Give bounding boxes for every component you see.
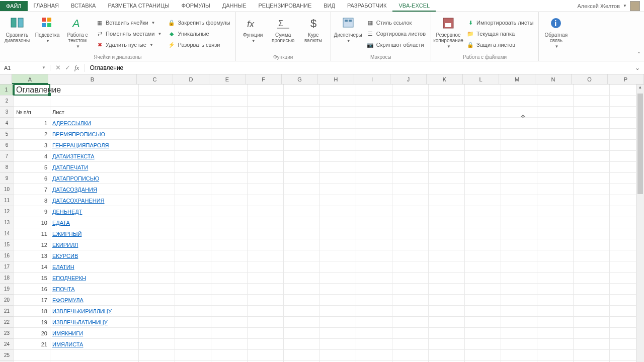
scroll-thumb[interactable] (637, 94, 643, 194)
row-header-21[interactable]: 21 (0, 306, 14, 317)
sort-sheets-button[interactable]: ☰Сортировка листов (364, 29, 428, 39)
column-header-I[interactable]: I (354, 74, 390, 84)
row-header-19[interactable]: 19 (0, 284, 14, 295)
row-header-4[interactable]: 4 (0, 118, 14, 129)
backup-button[interactable]: Резервное копирование ▼ (434, 14, 462, 53)
sheet-link[interactable]: ИЗВЛЕЧЬКИРИЛЛИЦУ (50, 306, 139, 317)
insert-cells-button[interactable]: ▦Вставить ячейки▼ (94, 18, 164, 28)
tab-формулы[interactable]: ФОРМУЛЫ (176, 1, 216, 12)
sheet-link[interactable]: ЕЖИРНЫЙ (50, 228, 139, 239)
sheet-link[interactable]: ДАТАСОЗДАНИЯ (50, 184, 139, 195)
sheet-link[interactable]: ГЕНЕРАЦИЯПАРОЛЯ (50, 140, 139, 151)
tab-разработчик[interactable]: РАЗРАБОТЧИК (341, 1, 392, 12)
sheet-link[interactable]: ЕКИРИЛЛ (50, 239, 139, 250)
tab-рецензирование[interactable]: РЕЦЕНЗИРОВАНИЕ (252, 1, 317, 12)
feedback-button[interactable]: i Обратная связь ▼ (542, 14, 570, 59)
row-header-14[interactable]: 14 (0, 228, 14, 239)
screenshot-button[interactable]: 📷Скриншот области (364, 40, 428, 50)
row-header-7[interactable]: 7 (0, 151, 14, 162)
currency-button[interactable]: $ Курс валюты (299, 14, 328, 53)
tab-данные[interactable]: ДАННЫЕ (216, 1, 253, 12)
row-header-15[interactable]: 15 (0, 239, 14, 250)
column-header-J[interactable]: J (390, 74, 427, 84)
tab-file[interactable]: ФАЙЛ (0, 1, 28, 11)
compare-ranges-button[interactable]: Сравнить диапазоны (3, 14, 31, 53)
tab-разметка страницы[interactable]: РАЗМЕТКА СТРАНИЦЫ (102, 1, 175, 12)
column-header-H[interactable]: H (318, 74, 354, 84)
fx-icon[interactable]: fx (74, 64, 79, 72)
cells-area[interactable]: ✧ Оглавление№ п/пЛист1АДРЕССЫЛКИ2ВРЕМЯПР… (14, 84, 644, 362)
select-all-corner[interactable] (0, 74, 12, 84)
column-header-A[interactable]: A (12, 74, 48, 84)
column-header-P[interactable]: P (608, 74, 644, 84)
column-header-C[interactable]: C (137, 74, 173, 84)
row-header-1[interactable]: 1 (0, 84, 14, 96)
column-header-O[interactable]: O (572, 74, 608, 84)
delete-empty-button[interactable]: ✖Удалить пустые▼ (94, 40, 164, 50)
cancel-formula-button[interactable]: ✕ (55, 64, 61, 71)
lock-formulas-button[interactable]: 🔒Закрепить формулы (166, 18, 232, 28)
sheet-link[interactable]: ЕПОДЧЕРКН (50, 273, 139, 284)
tab-главная[interactable]: ГЛАВНАЯ (28, 1, 65, 12)
row-header-2[interactable]: 2 (0, 96, 14, 107)
current-folder-button[interactable]: 📁Текущая папка (464, 29, 535, 39)
expand-formula-button[interactable]: ⌄ (631, 64, 644, 71)
sheet-link[interactable]: ВРЕМЯПРОПИСЬЮ (50, 129, 139, 140)
row-header-22[interactable]: 22 (0, 317, 14, 328)
column-header-G[interactable]: G (282, 74, 318, 84)
sheet-link[interactable]: ЕФОРМУЛА (50, 295, 139, 306)
sheet-link[interactable]: ИМЯЛИСТА (50, 339, 139, 350)
column-header-K[interactable]: K (427, 74, 463, 84)
row-header-25[interactable]: 25 (0, 350, 14, 361)
sheet-link[interactable]: ДАТАИЗТЕКСТА (50, 151, 139, 162)
avatar[interactable] (630, 1, 640, 11)
row-header-17[interactable]: 17 (0, 261, 14, 273)
swap-button[interactable]: ⇄Поменять местами▼ (94, 29, 164, 39)
sheet-link[interactable]: ДЕНЬНЕДТ (50, 206, 139, 217)
row-header-13[interactable]: 13 (0, 217, 14, 228)
sheet-link[interactable]: ЕЛАТИН (50, 261, 139, 273)
tab-вид[interactable]: ВИД (317, 1, 341, 12)
row-header-18[interactable]: 18 (0, 273, 14, 284)
row-header-10[interactable]: 10 (0, 184, 14, 195)
row-header-8[interactable]: 8 (0, 162, 14, 173)
tab-vba-excel[interactable]: VBA-Excel (392, 1, 436, 12)
row-header-3[interactable]: 3 (0, 107, 14, 118)
column-header-L[interactable]: L (463, 74, 499, 84)
accept-formula-button[interactable]: ✓ (65, 64, 70, 71)
column-header-M[interactable]: M (499, 74, 535, 84)
column-header-E[interactable]: E (209, 74, 246, 84)
text-work-button[interactable]: A Работа с текстом ▼ (63, 14, 92, 53)
vertical-scrollbar[interactable]: ▴ (636, 84, 644, 362)
sheet-link[interactable]: ЕПОЧТА (50, 284, 139, 295)
sheet-link[interactable]: ДАТАСОХРАНЕНИЯ (50, 195, 139, 206)
sheet-link[interactable]: ИЗВЛЕЧЬЛАТИНИЦУ (50, 317, 139, 328)
row-header-11[interactable]: 11 (0, 195, 14, 206)
scroll-up-button[interactable]: ▴ (636, 84, 644, 93)
dispatchers-button[interactable]: Диспетчеры ▼ (334, 14, 362, 53)
highlight-button[interactable]: Подсветка ▼ (33, 14, 61, 53)
row-header-9[interactable]: 9 (0, 173, 14, 184)
formula-input[interactable] (85, 64, 631, 71)
row-header-16[interactable]: 16 (0, 250, 14, 261)
name-box[interactable]: A1 ▼ (0, 65, 50, 71)
column-header-D[interactable]: D (173, 74, 209, 84)
column-header-B[interactable]: B (48, 74, 137, 84)
sheet-link[interactable]: ДАТАПРОПИСЬЮ (50, 173, 139, 184)
row-header-24[interactable]: 24 (0, 339, 14, 350)
sheet-link[interactable]: ИМЯКНИГИ (50, 328, 139, 339)
sheet-link[interactable]: ДАТАПЕЧАТИ (50, 162, 139, 173)
sheet-link[interactable]: ЕКУРСИВ (50, 250, 139, 261)
sheet-link[interactable]: ЕДАТА (50, 217, 139, 228)
row-header-12[interactable]: 12 (0, 206, 14, 217)
protect-sheets-button[interactable]: 🔒Защита листов (464, 40, 535, 50)
row-header-5[interactable]: 5 (0, 129, 14, 140)
row-header-23[interactable]: 23 (0, 328, 14, 339)
sheet-link[interactable]: АДРЕССЫЛКИ (50, 118, 139, 129)
link-style-button[interactable]: ▦Стиль ссылок (364, 18, 428, 28)
column-header-F[interactable]: F (246, 74, 282, 84)
sum-words-button[interactable]: Σ Сумма прописью (269, 14, 297, 53)
collapse-ribbon-button[interactable]: ˆ (634, 50, 644, 61)
column-header-N[interactable]: N (535, 74, 572, 84)
user-area[interactable]: Алексей Желтов ▼ (577, 1, 644, 11)
